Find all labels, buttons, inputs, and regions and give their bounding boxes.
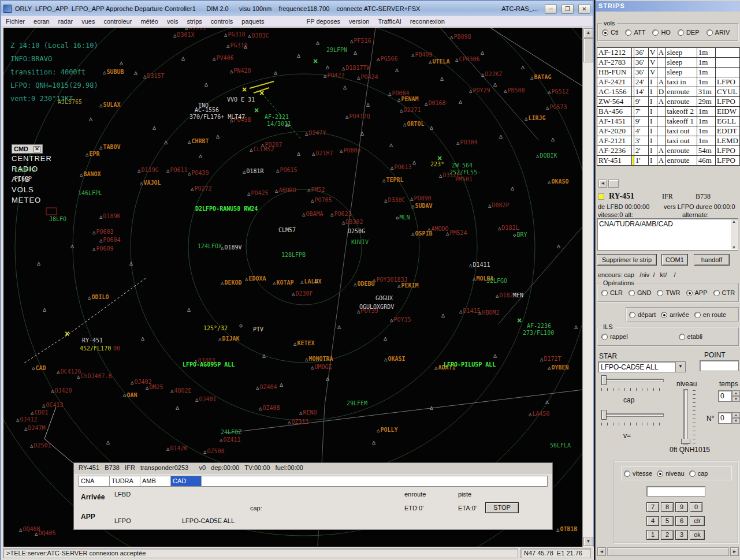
menu-item-ecran[interactable]: ecran bbox=[34, 18, 50, 25]
radio-icon[interactable] bbox=[624, 471, 630, 477]
menu-item-strips[interactable]: strips bbox=[187, 18, 202, 25]
cmd-item-vols[interactable]: VOLS bbox=[12, 185, 50, 195]
cmd-item-centrer[interactable]: CENTRER bbox=[12, 154, 50, 164]
textarea-scrollbar[interactable]: ▲▼ bbox=[731, 219, 737, 249]
pad-mode-radio-vitesse[interactable]: vitesse bbox=[624, 470, 652, 477]
strip-row-hb-fun[interactable]: HB-FUN36'Vsleep1m bbox=[597, 68, 740, 77]
strip-row-af-2236[interactable]: AF-22362'IAenroute54mLFPO bbox=[597, 146, 740, 156]
operations-radio-twr[interactable]: TWR bbox=[657, 289, 680, 296]
menu-item-fp-deposes[interactable]: FP deposes bbox=[307, 18, 341, 25]
menu-item-vues[interactable]: vues bbox=[81, 18, 95, 25]
keypad-3[interactable]: 3 bbox=[675, 530, 688, 540]
menu-item-vols[interactable]: vols bbox=[167, 18, 179, 25]
cmd-item-radio[interactable]: RADIO bbox=[12, 164, 50, 174]
radio-icon[interactable] bbox=[629, 290, 635, 296]
menu-item-reconnexion[interactable]: reconnexion bbox=[410, 18, 445, 25]
ils-radio-rappel[interactable]: rappel bbox=[601, 333, 628, 340]
strip-row-ba-456[interactable]: BA-4567'Itakeoff 21mEIDW bbox=[597, 107, 740, 117]
menu-item-fichier[interactable]: Fichier bbox=[6, 18, 25, 25]
temps-spinner[interactable]: 0 ▲▼ bbox=[718, 390, 740, 402]
main-vertical-scrollbar[interactable]: ▲ ▼ bbox=[582, 28, 593, 547]
operations-radio-clr[interactable]: CLR bbox=[601, 289, 623, 296]
cap-slider-track[interactable] bbox=[601, 379, 664, 382]
point-input[interactable] bbox=[700, 360, 739, 371]
vols-radio-ho[interactable]: HO bbox=[652, 29, 671, 36]
hscroll-right-icon[interactable]: ► bbox=[730, 547, 739, 556]
hscroll-track[interactable] bbox=[607, 547, 729, 556]
scroll-down-icon[interactable]: ▼ bbox=[583, 537, 593, 546]
niveau-slider-track[interactable] bbox=[683, 389, 688, 445]
cmd-item-meteo[interactable]: METEO bbox=[12, 195, 50, 206]
strip-row-af-1212[interactable]: AF-121236'VAsleep1m bbox=[597, 48, 740, 58]
operations-radio-ctr[interactable]: CTR bbox=[713, 289, 735, 296]
vz-slider-track[interactable] bbox=[601, 413, 664, 417]
hscroll-left-icon[interactable]: ◄ bbox=[597, 547, 606, 556]
aircraft-target-icon[interactable]: × bbox=[313, 58, 318, 65]
route-cell-cad[interactable]: CAD bbox=[171, 476, 202, 486]
vols-radio-att[interactable]: ATT bbox=[625, 29, 645, 36]
handoff-button[interactable]: handoff bbox=[694, 254, 730, 266]
menu-item-controleur[interactable]: controleur bbox=[103, 18, 132, 25]
temps-spinner-arrows[interactable]: ▲▼ bbox=[732, 390, 740, 402]
radio-icon[interactable] bbox=[686, 290, 693, 296]
keypad-5[interactable]: 5 bbox=[661, 516, 674, 526]
keypad-6[interactable]: 6 bbox=[675, 516, 688, 526]
strips-bottom-scrollbar[interactable]: ◄ ► bbox=[597, 547, 739, 557]
cmd-item-atis[interactable]: ATIS bbox=[12, 174, 50, 185]
radio-icon[interactable] bbox=[629, 312, 635, 318]
radio-icon[interactable] bbox=[602, 29, 608, 36]
scroll-left-icon[interactable]: ◄ bbox=[598, 180, 607, 188]
keypad-8[interactable]: 8 bbox=[661, 502, 674, 512]
strip-row-zw-564[interactable]: ZW-5649'IAenroute29mLFPO bbox=[597, 97, 740, 107]
niveau-slider-thumb[interactable] bbox=[681, 439, 690, 444]
radio-icon[interactable] bbox=[657, 290, 663, 296]
operations-radio-app[interactable]: APP bbox=[686, 289, 708, 296]
radio-icon[interactable] bbox=[601, 290, 608, 296]
route-cell-tudra[interactable]: TUDRA bbox=[110, 476, 140, 486]
aircraft-target-icon[interactable]: × bbox=[517, 317, 522, 324]
cmd-menu-title[interactable]: CMD ✕ bbox=[12, 144, 43, 154]
radio-icon[interactable] bbox=[678, 29, 684, 36]
strip-row-ac-1556[interactable]: AC-155614'IDenroute31mCYUL bbox=[597, 87, 740, 97]
ils-radio-etabli[interactable]: etabli bbox=[679, 333, 702, 340]
temps-value[interactable]: 0 bbox=[718, 390, 732, 402]
strip-row-af-2783[interactable]: AF-278336'Vsleep1m bbox=[597, 58, 740, 68]
scroll-thumb[interactable] bbox=[583, 38, 593, 62]
close-button[interactable]: ✕ bbox=[578, 4, 590, 14]
phase-radio-arrivée[interactable]: arrivée bbox=[661, 311, 689, 318]
radio-icon[interactable] bbox=[706, 29, 713, 36]
stop-button[interactable]: STOP bbox=[485, 502, 519, 513]
route-cell-cna[interactable]: CNA bbox=[79, 476, 110, 486]
radio-icon[interactable] bbox=[679, 334, 685, 340]
radio-icon[interactable] bbox=[601, 334, 608, 340]
minimize-button[interactable]: ─ bbox=[545, 4, 557, 14]
vols-radio-ariv[interactable]: ARIV bbox=[706, 29, 730, 36]
keypad-clr[interactable]: clr bbox=[690, 516, 705, 526]
keypad-2[interactable]: 2 bbox=[661, 530, 674, 540]
restore-button[interactable]: ❐ bbox=[561, 4, 574, 14]
num-spinner[interactable]: 0 ▲▼ bbox=[718, 412, 740, 424]
pad-mode-radio-niveau[interactable]: niveau bbox=[657, 470, 684, 477]
strip-row-ry-451[interactable]: RY-4511'IAenroute46mLFPO bbox=[597, 156, 740, 166]
radio-icon[interactable] bbox=[652, 29, 659, 36]
strip-row-af-2421[interactable]: AF-242124'IAtaxi in1mLFPO bbox=[597, 77, 740, 87]
aircraft-target-icon[interactable]: × bbox=[242, 86, 247, 93]
cmd-close-icon[interactable]: ✕ bbox=[34, 146, 40, 152]
strip-row-af-2121[interactable]: AF-21213'Itaxi out1mLEMD bbox=[597, 136, 740, 146]
keypad-1[interactable]: 1 bbox=[646, 530, 659, 540]
com1-button[interactable]: COM1 bbox=[661, 254, 688, 266]
menu-item-radar[interactable]: radar bbox=[58, 18, 73, 25]
vols-radio-ctl[interactable]: Ctl bbox=[602, 29, 618, 36]
radio-icon[interactable] bbox=[657, 471, 663, 477]
route-textarea[interactable]: CNA/TUDRA/AMB/CAD ▲▼ bbox=[597, 218, 738, 251]
radio-icon[interactable] bbox=[689, 471, 696, 477]
chevron-down-icon[interactable]: ▼ bbox=[675, 362, 685, 372]
star-dropdown[interactable]: LFPO-CAD5E ALL ▼ bbox=[598, 361, 686, 372]
vz-slider-thumb[interactable] bbox=[601, 410, 607, 420]
pad-mode-radio-cap[interactable]: cap bbox=[689, 470, 708, 477]
vols-radio-dep[interactable]: DEP bbox=[678, 29, 700, 36]
menu-item-controls[interactable]: controls bbox=[211, 18, 233, 25]
phase-radio-départ[interactable]: départ bbox=[629, 311, 656, 318]
num-value[interactable]: 0 bbox=[718, 412, 732, 424]
keypad-9[interactable]: 9 bbox=[675, 502, 688, 512]
